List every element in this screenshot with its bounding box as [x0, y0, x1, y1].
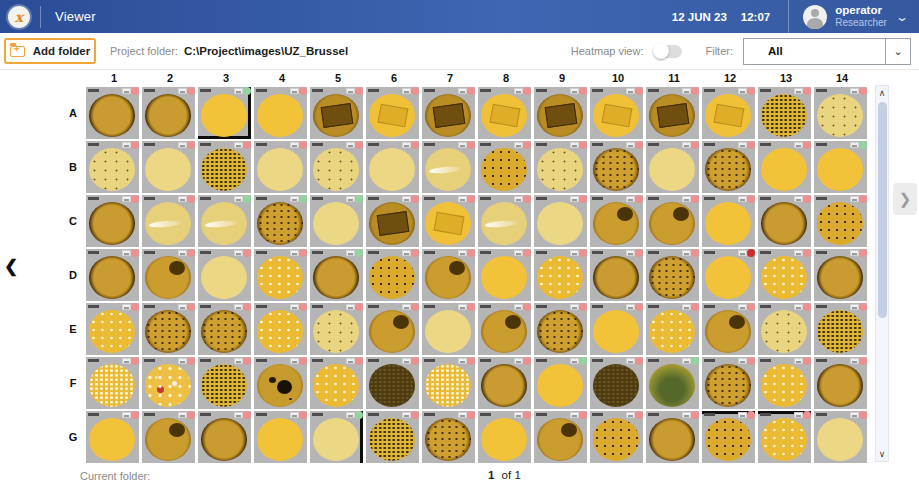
plate-cell-G11[interactable]: [646, 411, 699, 463]
plate-cell-F5[interactable]: [310, 357, 363, 409]
next-page-chevron[interactable]: ❯: [893, 183, 917, 215]
plate-cell-E4[interactable]: [254, 303, 307, 355]
plate-cell-D3[interactable]: [198, 249, 251, 301]
plate-cell-C8[interactable]: [478, 195, 531, 247]
chevron-down-icon[interactable]: ⌄: [885, 38, 911, 65]
plate-cell-F11[interactable]: [646, 357, 699, 409]
plate-cell-G3[interactable]: [198, 411, 251, 463]
plate-cell-C3[interactable]: [198, 195, 251, 247]
plate-cell-A14[interactable]: [814, 87, 867, 139]
plate-cell-E7[interactable]: [422, 303, 475, 355]
plate-cell-D9[interactable]: [534, 249, 587, 301]
plate-cell-D8[interactable]: [478, 249, 531, 301]
scrollbar[interactable]: ∧ ∨: [875, 85, 889, 462]
plate-cell-G7[interactable]: [422, 411, 475, 463]
plate-cell-E6[interactable]: [366, 303, 419, 355]
avatar[interactable]: [803, 5, 827, 29]
plate-cell-C7[interactable]: [422, 195, 475, 247]
plate-cell-B5[interactable]: [310, 141, 363, 193]
plate-cell-E11[interactable]: [646, 303, 699, 355]
plate-cell-E8[interactable]: [478, 303, 531, 355]
plate-cell-B10[interactable]: [590, 141, 643, 193]
plate-cell-A1[interactable]: [86, 87, 139, 139]
plate-cell-B14[interactable]: [814, 141, 867, 193]
plate-cell-C9[interactable]: [534, 195, 587, 247]
chevron-down-icon[interactable]: ⌄: [895, 10, 909, 24]
plate-cell-E13[interactable]: [758, 303, 811, 355]
heatmap-toggle[interactable]: [654, 45, 682, 58]
plate-cell-F7[interactable]: [422, 357, 475, 409]
plate-cell-D14[interactable]: [814, 249, 867, 301]
plate-cell-C14[interactable]: [814, 195, 867, 247]
plate-cell-C5[interactable]: [310, 195, 363, 247]
plate-cell-G2[interactable]: [142, 411, 195, 463]
plate-cell-A4[interactable]: [254, 87, 307, 139]
plate-cell-A9[interactable]: [534, 87, 587, 139]
plate-cell-G12[interactable]: [702, 411, 755, 463]
filter-dropdown[interactable]: All ⌄: [743, 38, 911, 65]
plate-cell-C12[interactable]: [702, 195, 755, 247]
plate-cell-B12[interactable]: [702, 141, 755, 193]
plate-cell-B11[interactable]: [646, 141, 699, 193]
scroll-down-icon[interactable]: ∨: [876, 447, 888, 461]
scroll-up-icon[interactable]: ∧: [876, 86, 888, 100]
plate-cell-B6[interactable]: [366, 141, 419, 193]
plate-cell-A5[interactable]: [310, 87, 363, 139]
plate-cell-A13[interactable]: [758, 87, 811, 139]
plate-cell-F4[interactable]: [254, 357, 307, 409]
plate-cell-E3[interactable]: [198, 303, 251, 355]
plate-cell-E12[interactable]: [702, 303, 755, 355]
plate-cell-A3[interactable]: [198, 87, 251, 139]
plate-cell-F9[interactable]: [534, 357, 587, 409]
plate-cell-B3[interactable]: [198, 141, 251, 193]
plate-cell-D11[interactable]: [646, 249, 699, 301]
plate-cell-G5[interactable]: [310, 411, 363, 463]
plate-cell-A8[interactable]: [478, 87, 531, 139]
plate-cell-F2[interactable]: [142, 357, 195, 409]
plate-cell-F12[interactable]: [702, 357, 755, 409]
plate-cell-B8[interactable]: [478, 141, 531, 193]
scrollbar-thumb[interactable]: [878, 102, 887, 318]
plate-cell-A12[interactable]: [702, 87, 755, 139]
plate-cell-E5[interactable]: [310, 303, 363, 355]
plate-cell-D12[interactable]: [702, 249, 755, 301]
plate-cell-G13[interactable]: [758, 411, 811, 463]
plate-cell-A2[interactable]: [142, 87, 195, 139]
plate-cell-G9[interactable]: [534, 411, 587, 463]
plate-cell-D5[interactable]: [310, 249, 363, 301]
plate-cell-F8[interactable]: [478, 357, 531, 409]
plate-cell-D10[interactable]: [590, 249, 643, 301]
plate-cell-B7[interactable]: [422, 141, 475, 193]
plate-cell-F6[interactable]: [366, 357, 419, 409]
plate-cell-G6[interactable]: [366, 411, 419, 463]
plate-cell-B4[interactable]: [254, 141, 307, 193]
plate-cell-E14[interactable]: [814, 303, 867, 355]
plate-cell-C4[interactable]: [254, 195, 307, 247]
plate-cell-E1[interactable]: [86, 303, 139, 355]
plate-cell-G14[interactable]: [814, 411, 867, 463]
plate-cell-E10[interactable]: [590, 303, 643, 355]
plate-cell-G4[interactable]: [254, 411, 307, 463]
plate-cell-C13[interactable]: [758, 195, 811, 247]
plate-cell-G10[interactable]: [590, 411, 643, 463]
plate-cell-F3[interactable]: [198, 357, 251, 409]
plate-cell-A6[interactable]: [366, 87, 419, 139]
user-info[interactable]: operator Researcher: [835, 4, 887, 29]
plate-cell-D1[interactable]: [86, 249, 139, 301]
plate-cell-C11[interactable]: [646, 195, 699, 247]
plate-cell-F13[interactable]: [758, 357, 811, 409]
plate-cell-F1[interactable]: [86, 357, 139, 409]
plate-cell-D2[interactable]: [142, 249, 195, 301]
plate-cell-C6[interactable]: [366, 195, 419, 247]
plate-cell-G1[interactable]: [86, 411, 139, 463]
plate-cell-B9[interactable]: [534, 141, 587, 193]
plate-cell-B1[interactable]: [86, 141, 139, 193]
plate-cell-D4[interactable]: [254, 249, 307, 301]
plate-cell-A7[interactable]: [422, 87, 475, 139]
plate-cell-C1[interactable]: [86, 195, 139, 247]
previous-page-chevron[interactable]: ❮: [4, 256, 18, 277]
plate-cell-F10[interactable]: [590, 357, 643, 409]
plate-cell-A11[interactable]: [646, 87, 699, 139]
plate-cell-D13[interactable]: [758, 249, 811, 301]
plate-cell-E2[interactable]: [142, 303, 195, 355]
